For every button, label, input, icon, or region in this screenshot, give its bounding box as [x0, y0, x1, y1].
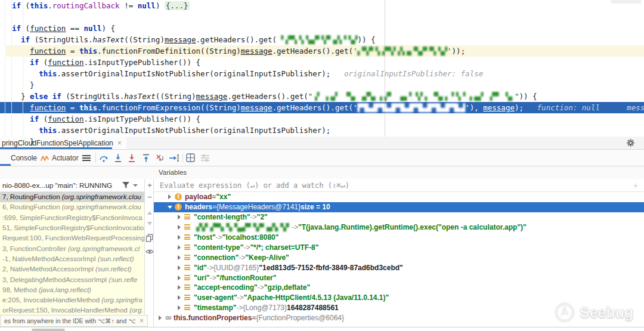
code-line[interactable]: if (StringUtils.hasText((String)message.…	[0, 34, 644, 45]
actuator-icon	[41, 154, 49, 162]
stack-frame-row[interactable]: Request:100, FunctionWebRequestProcessin…	[0, 233, 144, 243]
variable-row[interactable]: "id" -> {UUID@7165} "1ed813d5-7152-fbfd-…	[154, 262, 644, 273]
thread-label: nio-8080-ex...up "main": RUNNING	[2, 181, 119, 190]
chevron-right-icon[interactable]	[177, 235, 182, 240]
chevron-right-icon[interactable]	[177, 265, 182, 270]
variable-row[interactable]: oothis.functionProperties = {FunctionPro…	[154, 313, 644, 323]
stack-frame-row[interactable]: e:205, InvocableHandlerMethod (org.sprin…	[0, 295, 144, 305]
toolbar-divider	[182, 153, 183, 162]
field-icon: f	[175, 193, 182, 200]
copy-icon[interactable]	[145, 234, 154, 242]
chevron-down-icon[interactable]	[133, 184, 138, 187]
watches-toolbar: + −	[144, 179, 154, 327]
debugger-toolbar: Console Actuator	[0, 150, 644, 166]
chevron-right-icon[interactable]	[177, 305, 182, 310]
thread-selector[interactable]: nio-8080-ex...up "main": RUNNING	[0, 179, 144, 192]
variable-row[interactable]: "accept-encoding" -> "gzip,deflate"	[154, 283, 644, 293]
step-into-icon[interactable]	[113, 150, 123, 166]
move-up-icon[interactable]	[145, 209, 154, 217]
chevron-right-icon[interactable]	[177, 255, 182, 260]
drop-frame-icon[interactable]	[155, 150, 165, 166]
code-line[interactable]: function = this.functionFromExpression((…	[0, 102, 644, 113]
map-entry-icon	[184, 255, 190, 261]
variable-row[interactable]: "timestamp" -> {Long@7173} 1648287488561	[154, 303, 644, 313]
evaluate-expression-field[interactable]: Evaluate expression (↵) or add a watch (…	[154, 179, 644, 192]
variable-row[interactable]: "connection" -> "Keep-Alive"	[154, 252, 644, 262]
variable-row[interactable]: "user-agent" -> "Apache-HttpClient/4.5.1…	[154, 293, 644, 303]
code-line[interactable]: if (function.isInputTypePublisher()) {	[0, 113, 644, 125]
variable-row[interactable]: ▗▚▘▞▀▖▚▝▄▞▘▚▀▗▞▖▚▘ -> "T(java.lang.Runti…	[154, 222, 644, 233]
code-line[interactable]: this.assertOriginalInputIsNotPublisher(o…	[0, 125, 644, 136]
chevron-right-icon[interactable]	[177, 245, 182, 250]
code-line[interactable]: this.assertOriginalInputIsNotPublisher(o…	[0, 68, 644, 79]
stack-frame-row[interactable]: 3, FunctionController (org.springframewo…	[0, 244, 144, 254]
tab-actuator[interactable]: Actuator	[41, 150, 79, 166]
code-area: if (this.routingCallback != null) {...}i…	[0, 0, 644, 137]
code-line[interactable]: function = this.functionFromDefinition((…	[0, 45, 644, 57]
move-down-icon[interactable]	[145, 219, 154, 228]
map-entry-icon	[184, 295, 190, 301]
close-icon[interactable]: ×	[140, 317, 144, 324]
stack-frame-row[interactable]: 2, NativeMethodAccessorImpl (sun.reflect…	[0, 264, 144, 274]
variable-row[interactable]: fpayload = "xx"	[154, 192, 644, 202]
stack-frame-row[interactable]: :699, SimpleFunctionRegistry$FunctionInv…	[0, 213, 144, 223]
menu-icon[interactable]	[82, 150, 91, 166]
code-line[interactable]: }	[0, 79, 644, 91]
variables-header-row: Variables	[0, 166, 644, 179]
map-entry-icon	[184, 224, 190, 230]
evaluate-placeholder: Evaluate expression (↵) or add a watch (…	[160, 181, 349, 190]
code-line[interactable]: } else if (StringUtils.hasText((String)m…	[0, 91, 644, 102]
chevron-down-icon[interactable]	[167, 206, 172, 209]
chevron-right-icon[interactable]	[157, 315, 163, 320]
chevron-right-icon[interactable]	[177, 285, 182, 290]
active-tab-indicator	[0, 164, 11, 166]
eye-icon[interactable]	[145, 248, 154, 256]
add-icon[interactable]: +	[145, 181, 154, 190]
ide-window: if (this.routingCallback != null) {...}i…	[0, 0, 644, 331]
step-out-icon[interactable]	[141, 150, 151, 166]
notification-bar: es from anywhere in the IDE with ⌥⌘↑ and…	[0, 315, 148, 327]
map-entry-icon	[184, 234, 190, 240]
scrollbar-thumb[interactable]	[32, 329, 65, 331]
map-entry-icon	[184, 265, 190, 271]
variable-row[interactable]: "content-type" -> "*/*; charset=UTF-8"	[154, 242, 644, 252]
layout-settings-icon[interactable]	[200, 150, 210, 166]
variable-row[interactable]: "uri" -> "/functionRouter"	[154, 273, 644, 283]
chevron-right-icon[interactable]	[177, 276, 182, 280]
chevron-right-icon[interactable]	[167, 194, 172, 199]
chevron-right-icon[interactable]	[177, 295, 182, 300]
code-line[interactable]: }	[0, 136, 644, 147]
run-to-cursor-icon[interactable]	[169, 150, 179, 166]
map-entry-icon	[184, 245, 190, 250]
chevron-right-icon[interactable]	[177, 215, 182, 219]
force-step-into-icon[interactable]	[127, 150, 137, 166]
code-line[interactable]: if (function == null) {	[0, 23, 644, 34]
code-line[interactable]: if (this.routingCallback != null) {...}	[0, 0, 644, 11]
evaluate-expression-icon[interactable]	[186, 150, 195, 166]
stack-frame-row[interactable]: 3, DelegatingMethodAccessorImpl (sun.ref…	[0, 275, 144, 285]
horizontal-scrollbar[interactable]	[0, 327, 644, 331]
add-watch-icon[interactable]: +	[633, 181, 638, 190]
stack-frame-row[interactable]: 98, Method (java.lang.reflect)	[0, 285, 144, 295]
variable-row[interactable]: fheaders = {MessageHeaders@7141} size = …	[154, 202, 644, 212]
step-over-icon[interactable]	[99, 150, 109, 166]
stack-frame-row[interactable]: -1, NativeMethodAccessorImpl (sun.reflec…	[0, 254, 144, 264]
filter-icon[interactable]	[122, 181, 130, 189]
tab-console[interactable]: Console	[11, 150, 37, 166]
variable-row[interactable]: "content-length" -> "2"	[154, 212, 644, 222]
code-line[interactable]: if (function.isInputTypePublisher()) {	[0, 57, 644, 68]
active-tab-indicator	[0, 147, 112, 149]
code-editor[interactable]: if (this.routingCallback != null) {...}i…	[0, 0, 644, 137]
stack-frame-row[interactable]: 7, RoutingFunction (org.springframework.…	[0, 192, 144, 202]
code-line[interactable]	[0, 11, 644, 23]
variables-header: Variables	[159, 169, 187, 176]
remove-icon[interactable]: −	[145, 193, 154, 202]
toolbar-divider	[95, 153, 96, 162]
map-entry-icon	[184, 284, 190, 290]
stack-frame-row[interactable]: 51, SimpleFunctionRegistry$FunctionInvoc…	[0, 223, 144, 233]
variable-row[interactable]: "host" -> "localhost:8080"	[154, 233, 644, 243]
map-entry-icon	[184, 305, 190, 311]
chevron-right-icon[interactable]	[177, 225, 182, 230]
stack-frame-row[interactable]: 6, RoutingFunction (org.springframework.…	[0, 202, 144, 212]
synthetic-field-icon: oo	[165, 315, 171, 321]
